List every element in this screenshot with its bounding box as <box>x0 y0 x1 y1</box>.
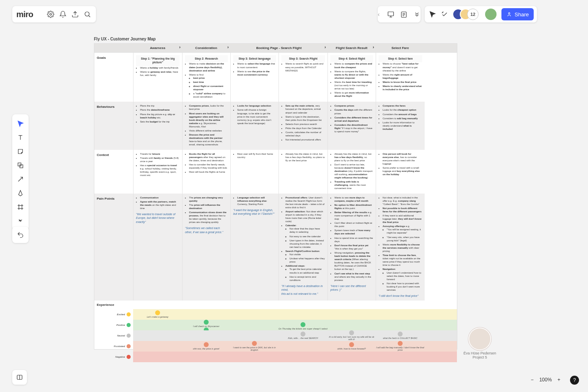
arrow-tool[interactable] <box>14 173 27 185</box>
cell: Sets up the main criteria, very focused … <box>278 102 327 149</box>
svg-text:»: » <box>19 218 21 223</box>
chevron-left-icon[interactable]: ‹ <box>378 11 380 18</box>
cell: Already has the dates in mind, but has a… <box>278 150 327 194</box>
cell: Most user will fly from their home count… <box>230 150 278 194</box>
stage-label: Awarness <box>150 46 165 50</box>
cell: Books the flight for all passengers afte… <box>182 150 230 194</box>
row-label-experience: Experience <box>94 301 133 309</box>
experience-bands: Let's make a getawayI will check on Skys… <box>133 309 457 362</box>
svg-rect-14 <box>18 163 21 166</box>
cursor-user-card: Éva Hüse Pedersen Project 5 <box>463 328 496 359</box>
cell: Step 3: Search FlightWants to search fli… <box>278 53 327 102</box>
zoom-controls: − 100% + <box>525 375 566 385</box>
svg-point-11 <box>509 13 510 14</box>
stage-label: Flight Search Result <box>336 46 367 50</box>
cell: Already has the dates in mind, but has a… <box>327 150 376 194</box>
upload-icon[interactable] <box>71 10 80 19</box>
cell: Step 2: ResearchWants to make decision o… <box>182 53 230 102</box>
zoom-out-button[interactable]: − <box>531 377 534 383</box>
bell-icon[interactable] <box>58 10 67 19</box>
more-tools[interactable]: » <box>14 215 27 227</box>
frame-tool[interactable] <box>14 201 27 213</box>
svg-rect-4 <box>388 12 394 16</box>
app-logo[interactable]: miro <box>16 10 43 19</box>
cell: Step 4: Select flightWants to compare th… <box>327 53 376 102</box>
mini-map-button[interactable] <box>12 370 27 385</box>
undo-button[interactable] <box>12 227 29 243</box>
user-project: Project 5 <box>463 355 496 359</box>
experience-section: Experience Excited Positive Neutral Frus… <box>94 301 457 362</box>
chevron-right-icon: › <box>227 45 229 49</box>
stage-label: Consideration <box>195 46 217 50</box>
row-label-context: Context <box>94 150 133 194</box>
svg-line-3 <box>89 16 90 17</box>
shape-tool[interactable] <box>14 159 27 172</box>
select-tool[interactable] <box>14 118 27 130</box>
cell: Wants to see more days to compare, maybe… <box>327 194 376 301</box>
zoom-level[interactable]: 100% <box>539 377 552 383</box>
chevron-right-icon: › <box>325 45 326 49</box>
cell: Language selection will influence everyt… <box>230 194 278 301</box>
sticky-tool[interactable] <box>14 145 27 158</box>
row-label-behaviours: Behaviours <box>94 102 133 149</box>
tools-bar: » <box>12 114 29 230</box>
view-controls-bar: ‹ <box>378 6 421 22</box>
avatar-self[interactable] <box>485 9 497 20</box>
svg-point-0 <box>50 13 52 16</box>
cursor-icon[interactable] <box>428 10 437 19</box>
svg-point-2 <box>85 12 89 16</box>
chevron-right-icon: › <box>373 45 374 49</box>
svg-rect-15 <box>20 165 23 168</box>
cell: Step 1: "Planning the big picture"Wants … <box>133 53 182 102</box>
stage-label: Select Fare <box>392 46 409 50</box>
journey-grid: Goals Step 1: "Planning the big picture"… <box>94 53 457 301</box>
avatar-count[interactable]: 12 <box>467 9 479 20</box>
zoom-in-button[interactable]: + <box>557 377 560 383</box>
collab-bar: 12 Share <box>425 6 537 22</box>
cell: CommunicationAgree with the partners, ma… <box>133 194 182 301</box>
text-tool[interactable] <box>14 131 27 144</box>
cell: Looks for language selectionSome will ch… <box>230 102 278 149</box>
chevron-right-icon: › <box>179 45 180 49</box>
cell: Not clear, what is included in the offer… <box>376 194 425 301</box>
stage-label: Booking Page - Search Flight <box>256 46 301 50</box>
share-button[interactable]: Share <box>501 8 534 20</box>
svg-line-16 <box>18 177 23 182</box>
search-icon[interactable] <box>83 10 92 19</box>
row-label-pain: Pain Points <box>94 194 133 301</box>
board-title: Fly UX - Customer Journey Map <box>94 37 156 41</box>
stage-header: Awarness› Consideration› Booking Page - … <box>94 44 457 53</box>
share-label: Share <box>514 11 529 18</box>
row-label-goals: Goals <box>94 53 133 102</box>
chevrons-down-icon[interactable] <box>413 10 421 19</box>
pen-tool[interactable] <box>14 187 27 199</box>
cell: Compares the faresLooks for the cheapest… <box>376 102 425 149</box>
cell: Travels for leisureTravels with family o… <box>133 150 182 194</box>
user-name: Éva Hüse Pedersen <box>463 351 496 355</box>
present-icon[interactable] <box>387 10 394 19</box>
journey-map-board[interactable]: Awarness› Consideration› Booking Page - … <box>94 43 457 350</box>
cell: Compares prices, looks for the best pric… <box>182 102 230 149</box>
cell: Step 4: Select fareWants to choose "best… <box>376 53 425 102</box>
avatar-stack[interactable]: 12 <box>452 9 479 20</box>
cell: One person will book for everyone else, … <box>376 150 425 194</box>
top-left-bar: miro <box>12 6 96 22</box>
help-button[interactable]: ? <box>570 376 579 385</box>
cell: Plans the tripPlans the dates/timeframeP… <box>133 102 182 149</box>
gear-icon[interactable] <box>46 10 55 19</box>
cell: Promotional offers: User doesn't realise… <box>278 194 327 301</box>
reactions-icon[interactable] <box>440 10 449 19</box>
cell: The prices are changing very quicklyThe … <box>182 194 230 301</box>
user-avatar <box>469 328 490 350</box>
cell: Compares pricesCounts the days with the … <box>327 102 376 149</box>
cell: Step 3: Select languageWants to select t… <box>230 53 278 102</box>
experience-legend: Excited Positive Neutral Frustrated Nega… <box>94 309 133 362</box>
comments-icon[interactable] <box>400 10 408 19</box>
